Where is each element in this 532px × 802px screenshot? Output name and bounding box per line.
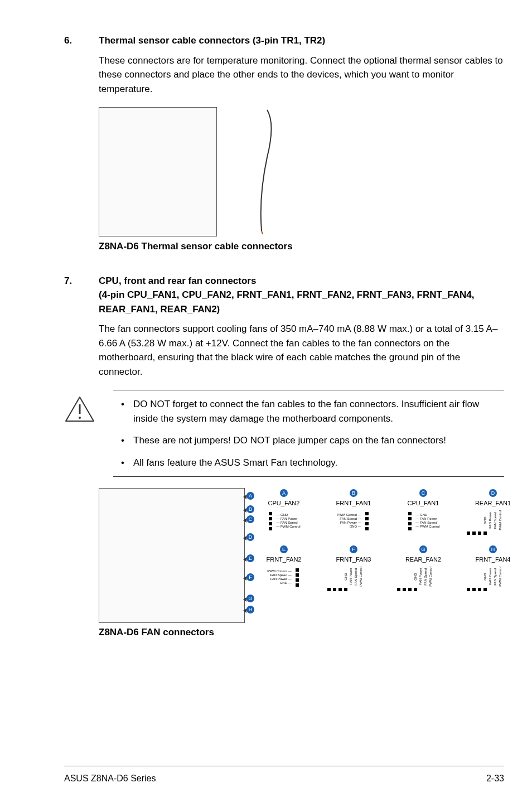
note-list: • DO NOT forget to connect the fan cable… — [113, 390, 504, 477]
fan-badge: H — [489, 545, 497, 553]
fan-connector-cell: FFRNT_FAN3GNDFAN PowerFAN SpeedPWM Contr… — [326, 544, 381, 593]
section-title: Thermal sensor cable connectors (3-pin T… — [99, 33, 504, 48]
caution-icon — [64, 390, 96, 428]
bullet-icon: • — [113, 456, 133, 470]
fan-label: FRNT_FAN1 — [326, 499, 381, 508]
fan-label: FRNT_FAN4 — [465, 555, 521, 564]
thermal-diagram: Z8NA-D6 Thermal sensor cable connectors — [99, 107, 504, 254]
footer-left: ASUS Z8NA-D6 Series — [64, 772, 156, 785]
fan-connector-cell: DREAR_FAN1GNDFAN PowerFAN SpeedPWM Contr… — [465, 488, 521, 537]
bullet-icon: • — [113, 397, 133, 426]
fan-connector-cell: GREAR_FAN2GNDFAN PowerFAN SpeedPWM Contr… — [395, 544, 451, 593]
fan-badge: D — [489, 489, 497, 497]
section-title: CPU, front and rear fan connectors (4-pi… — [99, 274, 504, 317]
fan-connector-cell: ACPU_FAN2— GND— FAN Power— FAN Speed— PW… — [256, 488, 312, 537]
section-body: The fan connectors support cooling fans … — [99, 322, 504, 379]
callout-badge: C — [246, 515, 254, 523]
callout-badge: F — [246, 573, 254, 581]
fan-label: REAR_FAN1 — [465, 499, 521, 508]
diagram-caption: Z8NA-D6 Thermal sensor cable connectors — [99, 239, 504, 254]
fan-badge: F — [350, 545, 357, 553]
callout-badge: B — [246, 505, 254, 513]
fan-label: CPU_FAN1 — [395, 499, 451, 508]
callout-badge: E — [246, 554, 254, 562]
diagram-caption: Z8NA-D6 FAN connectors — [99, 625, 245, 640]
callout-badge: D — [246, 533, 254, 541]
fan-label: FRNT_FAN2 — [256, 555, 312, 564]
note-text: DO NOT forget to connect the fan cables … — [133, 397, 504, 426]
motherboard-illustration — [99, 107, 217, 236]
fan-connector-cell: BFRNT_FAN1PWM Control —FAN Speed —FAN Po… — [326, 488, 381, 537]
motherboard-illustration: ABCDEFGH — [99, 488, 245, 623]
footer-page-number: 2-33 — [486, 772, 504, 785]
fan-label: CPU_FAN2 — [256, 499, 312, 508]
fan-badge: G — [419, 545, 427, 553]
bullet-icon: • — [113, 433, 133, 448]
fan-badge: E — [280, 545, 288, 553]
fan-diagram: ABCDEFGH Z8NA-D6 FAN connectors ACPU_FAN… — [99, 488, 504, 640]
section-body: These connectors are for temperature mon… — [99, 54, 504, 96]
fan-label: REAR_FAN2 — [395, 555, 451, 564]
fan-connector-cell: HFRNT_FAN4GNDFAN PowerFAN SpeedPWM Contr… — [465, 544, 521, 593]
thermal-cable-icon — [250, 107, 284, 235]
svg-point-1 — [79, 417, 81, 419]
note-text: All fans feature the ASUS Smart Fan tech… — [133, 456, 337, 470]
fan-connector-cell: CCPU_FAN1— GND— FAN Power— FAN Speed— PW… — [395, 488, 451, 537]
fan-label: FRNT_FAN3 — [326, 555, 381, 564]
section-number: 7. — [64, 274, 99, 317]
callout-badge: H — [246, 606, 254, 613]
note-text: These are not jumpers! DO NOT place jump… — [133, 433, 446, 448]
fan-connector-cell: EFRNT_FAN2PWM Control —FAN Speed —FAN Po… — [256, 544, 312, 593]
fan-badge: C — [419, 489, 427, 497]
section-number: 6. — [64, 33, 99, 48]
fan-badge: B — [350, 489, 357, 497]
fan-badge: A — [280, 489, 288, 497]
callout-badge: A — [246, 492, 254, 500]
callout-badge: G — [246, 595, 254, 602]
